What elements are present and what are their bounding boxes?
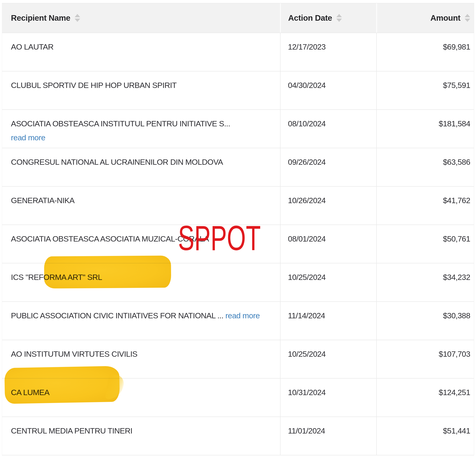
sort-icon[interactable] xyxy=(336,14,342,22)
read-more-link[interactable]: read more xyxy=(225,311,260,320)
recipient-name-cell: CONGRESUL NATIONAL AL UCRAINENILOR DIN M… xyxy=(2,148,280,186)
awards-table: Recipient Name Action Date Amount AO LAU… xyxy=(2,3,474,455)
table-row: CA LUMEA 10/31/2024 $124,251 xyxy=(2,378,474,416)
amount-cell: $181,584 xyxy=(376,110,474,148)
amount-cell: $41,762 xyxy=(376,187,474,225)
action-date-cell: 10/25/2024 xyxy=(280,264,376,301)
recipient-name-cell: ASOCIATIA OBSTEASCA ASOCIATIA MUZICAL-CO… xyxy=(2,225,280,263)
table-row: ASOCIATIA OBSTEASCA INSTITUTUL PENTRU IN… xyxy=(2,109,474,148)
table-header-row: Recipient Name Action Date Amount xyxy=(2,3,474,33)
table-row: CONGRESUL NATIONAL AL UCRAINENILOR DIN M… xyxy=(2,148,474,186)
sort-icon[interactable] xyxy=(75,14,80,22)
table-row: AO INSTITUTUM VIRTUTES CIVILIS 10/25/202… xyxy=(2,340,474,378)
recipient-name-cell: CENTRUL MEDIA PENTRU TINERI xyxy=(2,417,280,455)
action-date-cell: 04/30/2024 xyxy=(280,71,376,109)
table-row: ASOCIATIA OBSTEASCA ASOCIATIA MUZICAL-CO… xyxy=(2,225,474,263)
amount-cell: $30,388 xyxy=(376,302,474,340)
column-header-label: Amount xyxy=(430,13,460,23)
column-header-action-date[interactable]: Action Date xyxy=(280,3,376,33)
action-date-cell: 08/01/2024 xyxy=(280,225,376,263)
read-more-link[interactable]: read more xyxy=(11,132,275,143)
sort-icon[interactable] xyxy=(465,14,470,22)
amount-cell: $51,441 xyxy=(376,417,474,455)
recipient-name-cell: ICS "REFORMA ART" SRL xyxy=(2,264,280,301)
amount-cell: $63,586 xyxy=(376,148,474,186)
amount-cell: $34,232 xyxy=(376,264,474,301)
recipient-name-cell: CA LUMEA xyxy=(2,378,280,416)
table-row: CENTRUL MEDIA PENTRU TINERI 11/01/2024 $… xyxy=(2,416,474,455)
recipient-name-cell: AO INSTITUTUM VIRTUTES CIVILIS xyxy=(2,340,280,378)
recipient-name-cell: GENERATIA-NIKA xyxy=(2,187,280,225)
table-row: PUBLIC ASSOCIATION CIVIC INTIIATIVES FOR… xyxy=(2,301,474,340)
amount-cell: $69,981 xyxy=(376,33,474,71)
amount-cell: $124,251 xyxy=(376,378,474,416)
column-header-label: Recipient Name xyxy=(11,13,70,23)
column-header-amount[interactable]: Amount xyxy=(376,3,474,33)
action-date-cell: 11/01/2024 xyxy=(280,417,376,455)
amount-cell: $107,703 xyxy=(376,340,474,378)
recipient-name-cell: CLUBUL SPORTIV DE HIP HOP URBAN SPIRIT xyxy=(2,71,280,109)
column-header-recipient-name[interactable]: Recipient Name xyxy=(2,3,280,33)
action-date-cell: 10/31/2024 xyxy=(280,378,376,416)
amount-cell: $75,591 xyxy=(376,71,474,109)
table-row: AO LAUTAR 12/17/2023 $69,981 xyxy=(2,33,474,71)
action-date-cell: 09/26/2024 xyxy=(280,148,376,186)
recipient-name-cell: ASOCIATIA OBSTEASCA INSTITUTUL PENTRU IN… xyxy=(2,110,280,148)
table-row: ICS "REFORMA ART" SRL 10/25/2024 $34,232 xyxy=(2,263,474,301)
action-date-cell: 10/26/2024 xyxy=(280,187,376,225)
action-date-cell: 11/14/2024 xyxy=(280,302,376,340)
action-date-cell: 08/10/2024 xyxy=(280,110,376,148)
action-date-cell: 10/25/2024 xyxy=(280,340,376,378)
recipient-name-cell: AO LAUTAR xyxy=(2,33,280,71)
action-date-cell: 12/17/2023 xyxy=(280,33,376,71)
table-row: CLUBUL SPORTIV DE HIP HOP URBAN SPIRIT 0… xyxy=(2,71,474,109)
recipient-name-cell: PUBLIC ASSOCIATION CIVIC INTIIATIVES FOR… xyxy=(2,302,280,340)
table-body: AO LAUTAR 12/17/2023 $69,981 CLUBUL SPOR… xyxy=(2,33,474,455)
amount-cell: $50,761 xyxy=(376,225,474,263)
table-row: GENERATIA-NIKA 10/26/2024 $41,762 xyxy=(2,186,474,225)
column-header-label: Action Date xyxy=(288,13,332,23)
